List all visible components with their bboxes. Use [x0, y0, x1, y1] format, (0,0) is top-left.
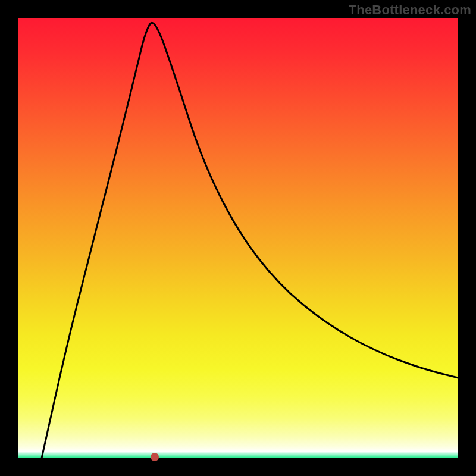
figure-root: TheBottleneck.com: [0, 0, 476, 476]
curve-svg: [18, 18, 458, 458]
watermark-text: TheBottleneck.com: [349, 2, 471, 18]
minimum-dot: [151, 453, 159, 461]
plot-area: [18, 18, 458, 458]
bottleneck-curve: [42, 23, 458, 458]
